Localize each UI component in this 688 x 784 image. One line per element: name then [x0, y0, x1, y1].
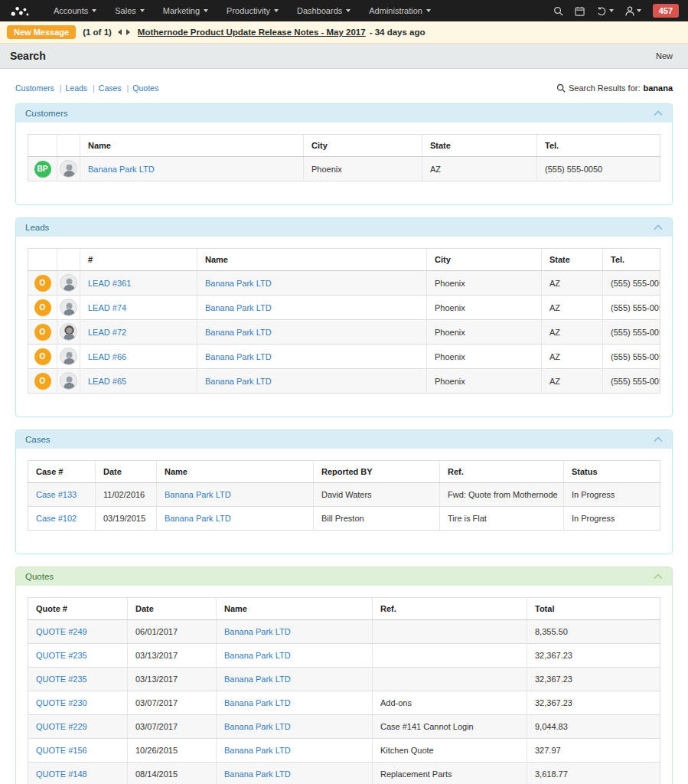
cell-name: Banana Park LTD — [80, 157, 304, 181]
panel-customers-body: Name City State Tel. BP — [16, 122, 672, 204]
new-button[interactable]: New — [656, 51, 673, 60]
chevron-up-icon — [654, 573, 663, 580]
column-header: Name — [157, 461, 314, 483]
chevron-up-icon — [654, 436, 663, 443]
mothernode-logo-icon[interactable] — [11, 5, 29, 17]
cell-quote-number: QUOTE #230 — [28, 691, 128, 715]
customer-initials-badge: BP — [34, 161, 51, 178]
panel-quotes: Quotes Quote # Date Name Ref. Total — [15, 567, 673, 784]
nav-menu-item[interactable]: Sales — [106, 0, 154, 21]
column-header: Ref. — [373, 598, 527, 620]
lead-number-link[interactable]: LEAD #65 — [88, 377, 126, 386]
quote-name-link[interactable]: Banana Park LTD — [224, 651, 291, 660]
panel-quotes-body: Quote # Date Name Ref. Total QUOTE #249 … — [16, 586, 672, 784]
history-icon[interactable] — [596, 6, 614, 16]
search-icon[interactable] — [553, 6, 563, 16]
quote-name-link[interactable]: Banana Park LTD — [224, 746, 291, 755]
quote-number-link[interactable]: QUOTE #235 — [36, 651, 87, 660]
calendar-icon[interactable] — [575, 6, 585, 16]
cell-date: 10/26/2015 — [128, 739, 217, 763]
entity-filter-link[interactable]: Leads — [66, 83, 99, 93]
column-header-blank — [28, 135, 57, 157]
table-header-row: Quote # Date Name Ref. Total — [28, 598, 660, 620]
page-header: Search New — [0, 44, 688, 69]
main-content: Customers Leads Cases Quotes Search Resu… — [0, 69, 688, 784]
lead-name-link[interactable]: Banana Park LTD — [205, 279, 272, 288]
lead-name-link[interactable]: Banana Park LTD — [205, 377, 272, 386]
case-number-link[interactable]: Case #133 — [36, 490, 77, 499]
chevron-up-icon — [654, 110, 663, 116]
nav-menu-item-label: Dashboards — [297, 6, 342, 15]
user-icon[interactable] — [625, 6, 641, 16]
quote-number-link[interactable]: QUOTE #229 — [36, 722, 87, 731]
lead-status-badge: O — [34, 299, 51, 316]
lead-name-link[interactable]: Banana Park LTD — [205, 328, 272, 337]
nav-menu-item[interactable]: Marketing — [154, 0, 217, 21]
nav-menu-item[interactable]: Productivity — [217, 0, 288, 21]
cell-status-badge: O — [28, 296, 57, 320]
cell-date: 06/01/2017 — [128, 620, 217, 644]
lead-name-link[interactable]: Banana Park LTD — [205, 303, 272, 312]
announcement-link[interactable]: Mothernode Product Update Release Notes … — [138, 28, 366, 37]
cell-tel: (555) 555-0050 — [603, 296, 660, 320]
cell-total: 327.97 — [527, 739, 660, 763]
announcement-age: - 34 days ago — [370, 28, 426, 37]
prev-message-arrow-icon[interactable] — [118, 29, 122, 35]
quote-name-link[interactable]: Banana Park LTD — [224, 627, 291, 636]
panel-cases-header[interactable]: Cases — [16, 430, 672, 449]
cell-avatar — [57, 296, 80, 320]
lead-name-link[interactable]: Banana Park LTD — [205, 352, 272, 361]
entity-filter-link[interactable]: Quotes — [132, 83, 158, 93]
cell-city: Phoenix — [427, 345, 542, 369]
lead-number-link[interactable]: LEAD #72 — [88, 328, 126, 337]
lead-number-link[interactable]: LEAD #361 — [88, 279, 131, 288]
quote-number-link[interactable]: QUOTE #148 — [36, 769, 87, 779]
main-menu: Accounts Sales Marketing Productivity — [44, 0, 440, 21]
case-row: Case #133 11/02/2016 Banana Park LTD Dav… — [28, 483, 660, 507]
panel-cases-body: Case # Date Name Reported BY Ref. Status… — [16, 449, 672, 554]
panel-leads-header[interactable]: Leads — [16, 218, 672, 237]
case-name-link[interactable]: Banana Park LTD — [165, 514, 231, 523]
lead-status-badge: O — [34, 373, 51, 390]
column-header: Quote # — [28, 598, 128, 620]
cell-name: Banana Park LTD — [217, 691, 373, 715]
cell-lead-number: LEAD #74 — [80, 296, 197, 320]
lead-number-link[interactable]: LEAD #66 — [88, 352, 126, 361]
quote-number-link[interactable]: QUOTE #230 — [36, 698, 87, 707]
top-nav: Accounts Sales Marketing Productivity — [0, 0, 688, 21]
cell-ref: Add-ons — [373, 691, 527, 715]
panel-customers-header[interactable]: Customers — [16, 104, 672, 122]
nav-menu-item[interactable]: Accounts — [44, 0, 106, 21]
quote-name-link[interactable]: Banana Park LTD — [224, 769, 291, 779]
cell-status-badge: O — [28, 345, 57, 369]
case-name-link[interactable]: Banana Park LTD — [165, 490, 231, 499]
quote-number-link[interactable]: QUOTE #249 — [36, 627, 87, 636]
cell-initials: BP — [28, 157, 57, 181]
cell-avatar — [57, 271, 80, 296]
nav-menu-item-label: Sales — [115, 6, 136, 15]
entity-filter-link[interactable]: Cases — [99, 83, 133, 93]
quote-number-link[interactable]: QUOTE #235 — [36, 675, 87, 684]
quote-name-link[interactable]: Banana Park LTD — [224, 698, 291, 707]
cell-quote-number: QUOTE #235 — [28, 644, 128, 668]
lead-number-link[interactable]: LEAD #74 — [88, 303, 126, 312]
cell-date: 08/14/2015 — [128, 763, 217, 784]
cell-total: 3,618.77 — [527, 763, 660, 784]
cell-name: Banana Park LTD — [157, 507, 314, 531]
customer-name-link[interactable]: Banana Park LTD — [88, 165, 155, 174]
cell-name: Banana Park LTD — [217, 620, 373, 644]
cell-lead-number: LEAD #65 — [80, 369, 197, 394]
case-number-link[interactable]: Case #102 — [36, 514, 77, 523]
entity-filter-link[interactable]: Customers — [15, 83, 66, 93]
nav-menu-item[interactable]: Administration — [360, 0, 440, 21]
nav-menu-item[interactable]: Dashboards — [288, 0, 360, 21]
quote-number-link[interactable]: QUOTE #156 — [36, 746, 87, 755]
quote-name-link[interactable]: Banana Park LTD — [224, 675, 291, 684]
notification-count-badge[interactable]: 457 — [653, 4, 679, 18]
cell-total: 32,367.23 — [527, 644, 660, 668]
next-message-arrow-icon[interactable] — [126, 29, 130, 35]
lead-row: O LEAD #72 Banana Park LTD Phoenix AZ — [28, 320, 660, 345]
quote-name-link[interactable]: Banana Park LTD — [224, 722, 291, 731]
panel-quotes-header[interactable]: Quotes — [16, 567, 672, 586]
cell-ref — [373, 620, 527, 644]
